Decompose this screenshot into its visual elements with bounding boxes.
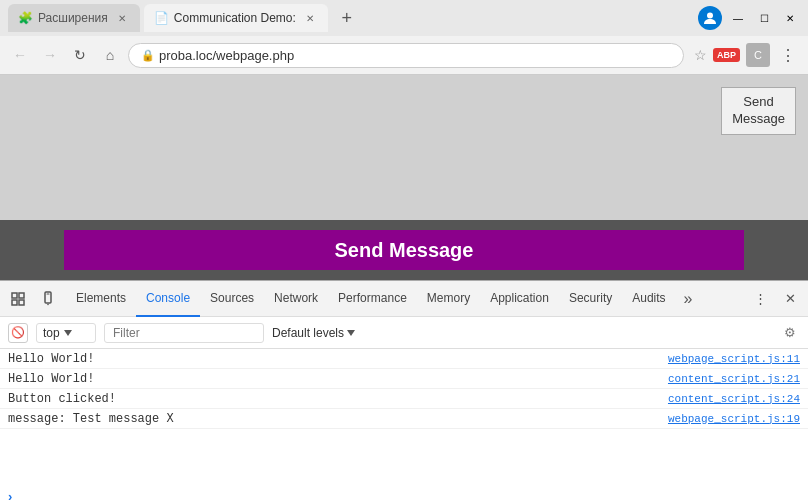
console-row-source[interactable]: webpage_script.js:11	[668, 353, 800, 365]
svg-point-0	[707, 13, 713, 19]
svg-rect-2	[19, 293, 24, 298]
extension-c-button[interactable]: C	[746, 43, 770, 67]
console-filter-input[interactable]	[104, 323, 264, 343]
devtools-close-button[interactable]: ✕	[776, 285, 804, 313]
url-bar[interactable]: 🔒 proba.loc/webpage.php	[128, 43, 684, 68]
extensions-tab-icon: 🧩	[18, 11, 32, 25]
console-row: Hello World!webpage_script.js:11	[0, 349, 808, 369]
devtools-tab-application[interactable]: Application	[480, 281, 559, 317]
bookmark-icon[interactable]: ☆	[694, 47, 707, 63]
console-row: Button clicked!content_script.js:24	[0, 389, 808, 409]
browser-menu-button[interactable]: ⋮	[776, 43, 800, 67]
maximize-button[interactable]: ☐	[754, 8, 774, 28]
devtools-inspect-button[interactable]	[4, 285, 32, 313]
window-controls: — ☐ ✕	[698, 6, 800, 30]
console-prompt[interactable]: ›	[0, 487, 808, 504]
devtools-left-icons	[4, 285, 62, 313]
console-settings-button[interactable]: ⚙	[780, 323, 800, 343]
minimize-button[interactable]: —	[728, 8, 748, 28]
devtools-options-button[interactable]: ⋮	[746, 285, 774, 313]
abp-extension-icon[interactable]: ABP	[713, 48, 740, 62]
console-toolbar: 🚫 top Default levels ⚙	[0, 317, 808, 349]
console-output: Hello World!webpage_script.js:11Hello Wo…	[0, 349, 808, 487]
console-row: message: Test message Xwebpage_script.js…	[0, 409, 808, 429]
devtools-tab-elements[interactable]: Elements	[66, 281, 136, 317]
reload-button[interactable]: ↻	[68, 43, 92, 67]
devtools-tabs: Elements Console Sources Network Perform…	[66, 281, 746, 317]
console-row-source[interactable]: content_script.js:21	[668, 373, 800, 385]
console-row-text: message: Test message X	[8, 412, 174, 426]
banner-area: Send Message	[0, 220, 808, 280]
svg-rect-7	[47, 293, 50, 294]
tab-extensions-close[interactable]: ✕	[114, 10, 130, 26]
tab-extensions[interactable]: 🧩 Расширения ✕	[8, 4, 140, 32]
devtools-right-icons: ⋮ ✕	[746, 285, 804, 313]
send-message-page-button[interactable]: SendMessage	[721, 87, 796, 135]
tab-extensions-label: Расширения	[38, 11, 108, 25]
user-account-icon[interactable]	[698, 6, 722, 30]
devtools-panel: Elements Console Sources Network Perform…	[0, 280, 808, 504]
tab-bar: 🧩 Расширения ✕ 📄 Communication Demo: ✕ +	[8, 4, 694, 32]
devtools-tab-performance[interactable]: Performance	[328, 281, 417, 317]
lock-icon: 🔒	[141, 49, 155, 62]
title-bar: 🧩 Расширения ✕ 📄 Communication Demo: ✕ +…	[0, 0, 808, 36]
tab-communication-close[interactable]: ✕	[302, 10, 318, 26]
tab-communication-label: Communication Demo:	[174, 11, 296, 25]
devtools-tab-network[interactable]: Network	[264, 281, 328, 317]
console-row-text: Hello World!	[8, 352, 94, 366]
svg-rect-3	[12, 300, 17, 305]
console-context-selector[interactable]: top	[36, 323, 96, 343]
new-tab-button[interactable]: +	[332, 4, 362, 32]
console-row-source[interactable]: content_script.js:24	[668, 393, 800, 405]
console-row-text: Button clicked!	[8, 392, 116, 406]
console-clear-button[interactable]: 🚫	[8, 323, 28, 343]
devtools-tab-console[interactable]: Console	[136, 281, 200, 317]
close-window-button[interactable]: ✕	[780, 8, 800, 28]
console-context-value: top	[43, 326, 60, 340]
home-button[interactable]: ⌂	[98, 43, 122, 67]
console-caret: ›	[8, 489, 12, 504]
devtools-tab-audits[interactable]: Audits	[622, 281, 675, 317]
address-bar: ← → ↻ ⌂ 🔒 proba.loc/webpage.php ☆ ABP C …	[0, 36, 808, 74]
tab-communication-demo[interactable]: 📄 Communication Demo: ✕	[144, 4, 328, 32]
page-content: SendMessage	[0, 75, 808, 220]
console-row-source[interactable]: webpage_script.js:19	[668, 413, 800, 425]
console-row-text: Hello World!	[8, 372, 94, 386]
devtools-toolbar: Elements Console Sources Network Perform…	[0, 281, 808, 317]
console-row: Hello World!content_script.js:21	[0, 369, 808, 389]
console-levels-selector[interactable]: Default levels	[272, 326, 355, 340]
url-text: proba.loc/webpage.php	[159, 48, 671, 63]
back-button[interactable]: ←	[8, 43, 32, 67]
send-message-banner[interactable]: Send Message	[64, 230, 744, 270]
devtools-tab-memory[interactable]: Memory	[417, 281, 480, 317]
forward-button[interactable]: →	[38, 43, 62, 67]
svg-point-6	[47, 303, 49, 305]
devtools-mobile-button[interactable]	[34, 285, 62, 313]
devtools-tab-security[interactable]: Security	[559, 281, 622, 317]
devtools-tab-sources[interactable]: Sources	[200, 281, 264, 317]
svg-rect-4	[19, 300, 24, 305]
devtools-more-tabs-button[interactable]: »	[676, 281, 701, 317]
svg-rect-1	[12, 293, 17, 298]
communication-tab-icon: 📄	[154, 11, 168, 25]
